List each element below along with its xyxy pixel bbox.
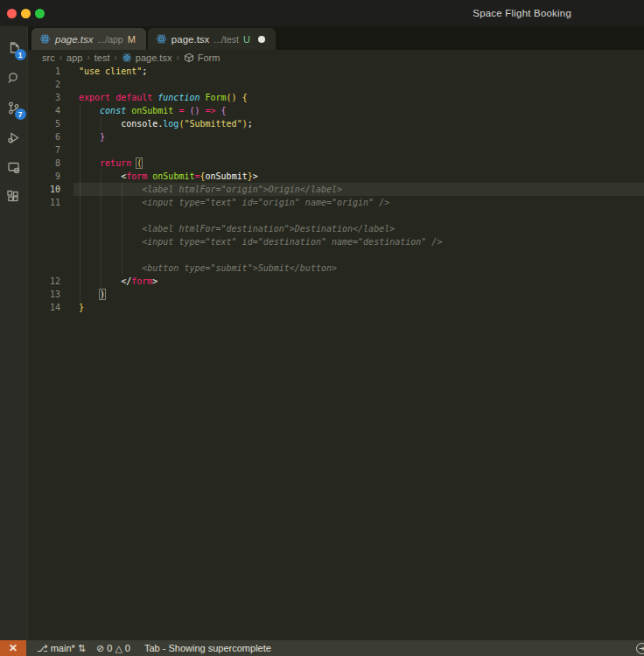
error-icon: ⊘	[96, 643, 104, 654]
code-line[interactable]	[79, 143, 644, 157]
line-number	[28, 235, 79, 248]
sidebar-item-extensions[interactable]	[0, 182, 28, 212]
code-line[interactable]: export default function Form() {	[79, 91, 644, 104]
window-title: Space Flight Booking	[472, 8, 571, 18]
code-line[interactable]	[79, 209, 644, 222]
problems-status[interactable]: ⊘ 0 △ 0	[96, 643, 130, 654]
code-lines: "use client";export default function For…	[79, 65, 644, 314]
branch-icon: ⎇	[37, 643, 48, 654]
code-line[interactable]: }	[79, 301, 644, 314]
minimize-window-button[interactable]	[21, 9, 31, 18]
tab-file-name: page.tsx	[55, 34, 93, 45]
git-status-untracked: U	[243, 34, 250, 45]
line-number	[28, 262, 79, 275]
explorer-badge: 1	[15, 49, 26, 60]
code-line[interactable]	[79, 78, 644, 91]
line-number: 5	[28, 117, 79, 130]
tab-file-dir: .../app	[97, 34, 122, 45]
line-number	[28, 248, 79, 262]
line-number: 2	[28, 78, 79, 91]
indent-guide	[80, 104, 80, 301]
zoom-window-button[interactable]	[35, 9, 45, 18]
line-number: 14	[28, 301, 79, 314]
status-bar: ✕ ⎇ main* ⇅ ⊘ 0 △ 0 Tab - Showing superc…	[0, 640, 644, 656]
warning-count: 0	[125, 643, 130, 653]
sidebar-item-run-debug[interactable]	[0, 122, 28, 152]
branch-name: main*	[51, 643, 75, 653]
breadcrumb-separator: ›	[175, 52, 179, 62]
breadcrumb-separator: ›	[59, 52, 63, 62]
line-number: 10	[28, 183, 79, 196]
symbol-cube-icon	[184, 52, 194, 63]
line-number: 13	[28, 288, 79, 301]
remote-indicator[interactable]: ✕	[0, 640, 26, 656]
code-line[interactable]: }	[79, 130, 644, 143]
react-file-icon	[39, 33, 51, 45]
supercomplete-hint: Tab - Showing supercomplete	[144, 643, 271, 653]
indent-guide	[122, 183, 122, 275]
title-bar: Space Flight Booking	[0, 0, 644, 26]
code-line[interactable]: <label htmlFor="destination">Destination…	[79, 222, 644, 235]
activity-bar: 1 7	[0, 26, 28, 640]
code-line[interactable]: <input type="text" id="destination" name…	[79, 235, 644, 248]
indent-guide	[101, 170, 102, 288]
line-number-gutter: 1234567891011121314	[28, 65, 79, 314]
error-count: 0	[107, 643, 112, 653]
code-line[interactable]: const onSubmit = () => {	[79, 104, 644, 117]
sidebar-item-search[interactable]	[0, 63, 28, 93]
tab-file-name: page.tsx	[172, 34, 209, 45]
unsaved-changes-dot[interactable]	[258, 36, 265, 43]
breadcrumb-separator: ›	[86, 52, 90, 62]
line-number: 4	[28, 104, 79, 117]
code-line[interactable]	[79, 248, 644, 262]
extensions-icon	[5, 189, 22, 206]
breadcrumb-item-file[interactable]: page.tsx	[136, 52, 172, 63]
line-number	[28, 209, 79, 222]
code-line[interactable]: <button type="submit">Submit</button>	[79, 262, 644, 275]
breadcrumb: src › app › test › page.tsx › Form	[28, 50, 644, 65]
tab-file-dir: .../test	[214, 34, 239, 45]
code-editor[interactable]: 1234567891011121314 "use client";export …	[28, 65, 644, 640]
code-line[interactable]: console.log("Submitted");	[79, 117, 644, 130]
search-icon	[5, 70, 22, 87]
remote-window-icon	[5, 159, 22, 176]
git-status-modified: M	[128, 34, 136, 45]
line-number: 12	[28, 275, 79, 288]
line-number: 11	[28, 196, 79, 209]
close-window-button[interactable]	[7, 9, 17, 18]
notification-icon[interactable]: ➜	[636, 643, 644, 654]
line-number: 8	[28, 157, 79, 170]
code-line[interactable]: <input type="text" id="origin" name="ori…	[79, 196, 644, 209]
remote-icon: ✕	[9, 642, 18, 654]
branch-status[interactable]: ⎇ main* ⇅	[37, 643, 86, 654]
line-number: 7	[28, 143, 79, 157]
line-number: 1	[28, 65, 79, 78]
code-line[interactable]: "use client";	[79, 65, 644, 78]
breadcrumb-item-app[interactable]: app	[66, 52, 82, 63]
code-line[interactable]: </form>	[79, 275, 644, 288]
tab-page-tsx-test[interactable]: page.tsx .../test U	[148, 28, 276, 50]
code-line[interactable]: <label htmlFor="origin">Origin</label>	[74, 183, 644, 196]
code-line[interactable]: )	[79, 288, 644, 301]
code-line[interactable]: <form onSubmit={onSubmit}>	[79, 170, 644, 183]
sidebar-item-explorer[interactable]: 1	[0, 33, 28, 63]
breadcrumb-separator: ›	[113, 52, 117, 62]
tab-bar: page.tsx .../app M page.tsx .../test U	[28, 26, 644, 50]
warning-icon: △	[115, 643, 122, 654]
sync-icon[interactable]: ⇅	[78, 643, 86, 654]
line-number: 9	[28, 170, 79, 183]
run-debug-icon	[5, 129, 22, 146]
line-number	[28, 222, 79, 235]
code-line[interactable]: return (	[79, 157, 644, 170]
source-control-badge: 7	[15, 108, 26, 120]
breadcrumb-item-test[interactable]: test	[94, 52, 110, 63]
react-file-icon	[156, 33, 167, 45]
line-number: 3	[28, 91, 79, 104]
sidebar-item-source-control[interactable]: 7	[0, 93, 28, 122]
breadcrumb-item-src[interactable]: src	[42, 52, 55, 63]
breadcrumb-item-symbol[interactable]: Form	[198, 52, 220, 63]
tab-page-tsx-app[interactable]: page.tsx .../app M	[32, 28, 146, 50]
line-number: 6	[28, 130, 79, 143]
sidebar-item-remote-explorer[interactable]	[0, 152, 28, 182]
react-file-icon	[122, 52, 132, 63]
